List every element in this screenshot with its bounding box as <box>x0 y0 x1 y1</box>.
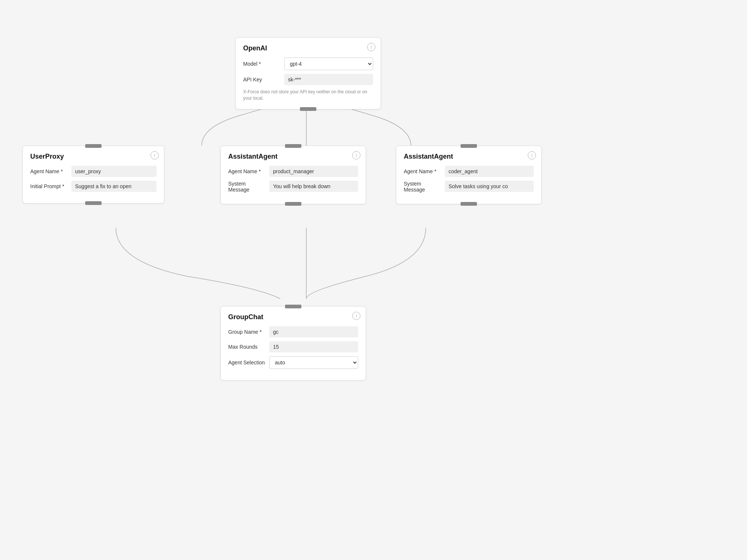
assistant-agent2-name-input[interactable] <box>445 166 534 177</box>
group-chat-agent-selection-row: Agent Selection auto round_robin random <box>228 356 358 369</box>
user-proxy-agent-name-label: Agent Name * <box>30 168 68 174</box>
user-proxy-agent-name-input[interactable] <box>71 166 156 177</box>
group-chat-max-rounds-label: Max Rounds <box>228 344 266 350</box>
user-proxy-initial-prompt-label: Initial Prompt * <box>30 183 68 189</box>
assistant-agent1-name-label: Agent Name * <box>228 168 266 174</box>
openai-info-button[interactable]: i <box>367 43 375 51</box>
user-proxy-initial-prompt-input[interactable] <box>71 181 156 192</box>
user-proxy-info-button[interactable]: i <box>151 151 159 159</box>
group-chat-agent-selection-label: Agent Selection <box>228 360 266 365</box>
assistant-agent1-connector-bottom <box>285 202 301 206</box>
assistant-agent1-info-button[interactable]: i <box>352 151 360 159</box>
assistant-agent2-system-msg-label: SystemMessage <box>404 181 441 193</box>
assistant-agent2-connector-top <box>461 144 477 148</box>
assistant-agent1-system-msg-label: SystemMessage <box>228 181 266 193</box>
assistant-agent2-name-label: Agent Name * <box>404 168 441 174</box>
assistant-agent1-system-msg-input[interactable] <box>269 181 358 192</box>
assistant-agent1-node: AssistantAgent i Agent Name * SystemMess… <box>220 146 366 204</box>
group-chat-agent-selection-select[interactable]: auto round_robin random <box>269 356 358 369</box>
assistant-agent1-connector-top <box>285 144 301 148</box>
user-proxy-agent-name-row: Agent Name * <box>30 166 156 177</box>
group-chat-name-input[interactable] <box>269 326 358 337</box>
group-chat-connector-top <box>285 305 301 308</box>
assistant-agent2-system-msg-input[interactable] <box>445 181 534 192</box>
user-proxy-title: UserProxy <box>30 153 156 161</box>
group-chat-info-button[interactable]: i <box>352 312 360 320</box>
assistant-agent2-title: AssistantAgent <box>404 153 534 161</box>
assistant-agent1-title: AssistantAgent <box>228 153 358 161</box>
group-chat-max-rounds-row: Max Rounds <box>228 341 358 352</box>
openai-hint: X-Force does not store your API key neit… <box>243 89 373 102</box>
assistant-agent1-name-row: Agent Name * <box>228 166 358 177</box>
openai-model-label: Model * <box>243 61 280 67</box>
openai-connector-bottom <box>300 107 316 111</box>
group-chat-max-rounds-input[interactable] <box>269 341 358 352</box>
openai-apikey-label: API Key <box>243 77 280 83</box>
openai-apikey-input[interactable] <box>284 74 373 85</box>
user-proxy-connector-bottom <box>85 201 102 205</box>
user-proxy-node: UserProxy i Agent Name * Initial Prompt … <box>22 146 164 203</box>
assistant-agent1-name-input[interactable] <box>269 166 358 177</box>
openai-model-select[interactable]: gpt-4 gpt-3.5-turbo gpt-4-turbo <box>284 57 373 70</box>
group-chat-name-label: Group Name * <box>228 329 266 335</box>
user-proxy-initial-prompt-row: Initial Prompt * <box>30 181 156 192</box>
openai-node: OpenAI i Model * gpt-4 gpt-3.5-turbo gpt… <box>235 37 381 109</box>
assistant-agent2-name-row: Agent Name * <box>404 166 534 177</box>
user-proxy-connector-top <box>85 144 102 148</box>
assistant-agent2-node: AssistantAgent i Agent Name * SystemMess… <box>396 146 542 204</box>
assistant-agent1-system-msg-row: SystemMessage <box>228 181 358 193</box>
openai-title: OpenAI <box>243 44 373 52</box>
assistant-agent2-connector-bottom <box>461 202 477 206</box>
group-chat-name-row: Group Name * <box>228 326 358 337</box>
group-chat-title: GroupChat <box>228 313 358 321</box>
openai-model-row: Model * gpt-4 gpt-3.5-turbo gpt-4-turbo <box>243 57 373 70</box>
assistant-agent2-system-msg-row: SystemMessage <box>404 181 534 193</box>
workflow-canvas: OpenAI i Model * gpt-4 gpt-3.5-turbo gpt… <box>0 0 747 560</box>
assistant-agent2-info-button[interactable]: i <box>528 151 536 159</box>
group-chat-node: GroupChat i Group Name * Max Rounds Agen… <box>220 306 366 380</box>
openai-apikey-row: API Key <box>243 74 373 85</box>
